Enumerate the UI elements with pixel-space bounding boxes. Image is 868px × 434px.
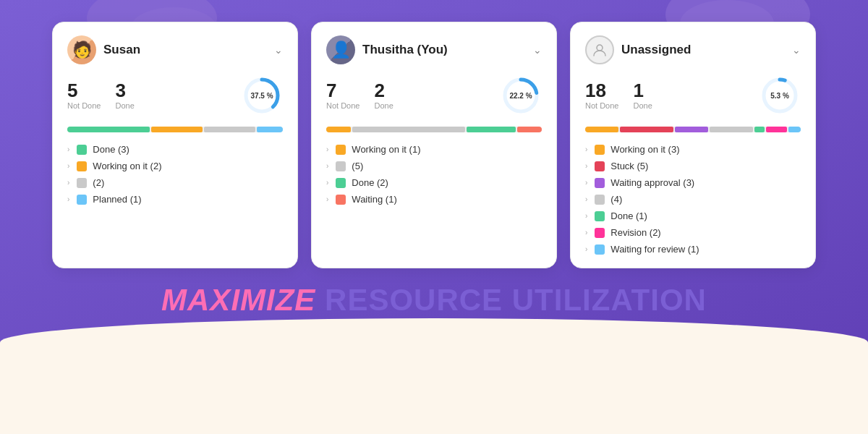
done-label: Done (633, 101, 652, 110)
done-label: Done (374, 101, 393, 110)
status-list: › Working on it (3) › Stuck (5) › Waitin… (585, 144, 801, 255)
status-label: Stuck (5) (610, 161, 648, 171)
user-card-susan: 🧑 Susan ⌄ 5 Not Done 3 Done (52, 22, 298, 268)
stat-not-done: 18 Not Done (585, 81, 618, 110)
progress-bar (326, 127, 542, 132)
status-item[interactable]: › Working on it (2) (67, 161, 283, 171)
status-label: Waiting for review (1) (610, 244, 699, 255)
cards-row: 🧑 Susan ⌄ 5 Not Done 3 Done (0, 0, 868, 280)
progress-bar (67, 127, 283, 132)
chevron-right-icon: › (585, 195, 587, 203)
status-label: Working on it (3) (610, 144, 679, 155)
status-item[interactable]: › Done (3) (67, 144, 283, 155)
status-label: (4) (610, 194, 622, 205)
progress-segment (766, 127, 787, 132)
chevron-right-icon: › (585, 162, 587, 170)
status-label: Working on it (2) (93, 161, 161, 171)
progress-segment (151, 127, 203, 132)
progress-segment (257, 127, 283, 132)
donut-chart: 22.2 % (500, 75, 542, 116)
status-dot (77, 145, 87, 155)
stat-not-done: 7 Not Done (326, 81, 359, 110)
stats-row: 5 Not Done 3 Done 37.5 % (67, 75, 283, 116)
progress-segment (675, 127, 708, 132)
title-utilization: UTILIZATION (512, 283, 707, 317)
status-dot (595, 161, 605, 171)
status-label: Waiting (1) (352, 194, 396, 205)
card-header-left: 🧑 Susan (67, 35, 140, 64)
card-user-name: Susan (103, 43, 140, 57)
progress-bar (585, 127, 801, 132)
chevron-right-icon: › (326, 179, 328, 187)
chevron-right-icon: › (585, 145, 587, 153)
card-header: Unassigned ⌄ (585, 35, 801, 64)
user-card-unassigned: Unassigned ⌄ 18 Not Done 1 Done 5.3 (570, 22, 816, 268)
progress-segment (585, 127, 618, 132)
card-user-name: Unassigned (621, 43, 691, 57)
card-header: 🧑 Susan ⌄ (67, 35, 283, 64)
not-done-label: Not Done (585, 101, 618, 110)
progress-segment (67, 127, 150, 132)
status-label: (5) (352, 161, 363, 171)
status-item[interactable]: › Working on it (3) (585, 144, 801, 155)
status-item[interactable]: › Waiting (1) (326, 194, 542, 205)
svg-point-4 (597, 45, 603, 51)
chevron-down-icon[interactable]: ⌄ (533, 44, 542, 56)
user-card-thusitha: 👤 Thusitha (You) ⌄ 7 Not Done 2 Done (311, 22, 557, 268)
status-dot (595, 228, 605, 238)
status-list: › Working on it (1) › (5) › Done (2) › W… (326, 144, 542, 205)
done-number: 2 (374, 81, 393, 100)
title-resource: RESOURCE (325, 283, 503, 317)
status-dot (595, 244, 605, 255)
status-item[interactable]: › Done (1) (585, 210, 801, 221)
status-label: (2) (93, 177, 104, 188)
stat-done: 1 Done (633, 81, 652, 110)
not-done-label: Not Done (326, 101, 359, 110)
status-item[interactable]: › Working on it (1) (326, 144, 542, 155)
status-item[interactable]: › Stuck (5) (585, 161, 801, 171)
status-dot (336, 195, 346, 205)
status-label: Done (3) (93, 144, 129, 155)
status-item[interactable]: › Revision (2) (585, 227, 801, 238)
progress-segment (326, 127, 351, 132)
chevron-down-icon[interactable]: ⌄ (792, 44, 801, 56)
status-item[interactable]: › (5) (326, 161, 542, 171)
chevron-right-icon: › (585, 179, 587, 187)
card-header-left: Unassigned (585, 35, 691, 64)
progress-segment (204, 127, 255, 132)
chevron-down-icon[interactable]: ⌄ (274, 44, 283, 56)
done-number: 1 (633, 81, 652, 100)
progress-segment (788, 127, 801, 132)
stats-row: 18 Not Done 1 Done 5.3 % (585, 75, 801, 116)
chevron-right-icon: › (326, 145, 328, 153)
status-dot (595, 211, 605, 221)
not-done-number: 5 (67, 81, 101, 100)
title-maximize: MAXIMIZE (161, 283, 315, 317)
not-done-number: 7 (326, 81, 359, 100)
status-label: Waiting approval (3) (610, 177, 694, 188)
status-dot (77, 195, 87, 205)
chevron-right-icon: › (67, 195, 69, 203)
status-item[interactable]: › Done (2) (326, 177, 542, 188)
chevron-right-icon: › (585, 245, 587, 253)
status-item[interactable]: › Planned (1) (67, 194, 283, 205)
status-item[interactable]: › Waiting approval (3) (585, 177, 801, 188)
progress-segment (517, 127, 542, 132)
stat-done: 3 Done (115, 81, 134, 110)
status-label: Done (1) (610, 210, 647, 221)
chevron-right-icon: › (326, 162, 328, 170)
card-header-left: 👤 Thusitha (You) (326, 35, 448, 64)
status-dot (336, 161, 346, 171)
done-number: 3 (115, 81, 134, 100)
donut-percent: 22.2 % (500, 75, 542, 116)
status-item[interactable]: › (4) (585, 194, 801, 205)
progress-segment (710, 127, 753, 132)
status-item[interactable]: › (2) (67, 177, 283, 188)
stat-done: 2 Done (374, 81, 393, 110)
donut-chart: 5.3 % (759, 75, 801, 116)
chevron-right-icon: › (326, 195, 328, 203)
not-done-number: 18 (585, 81, 618, 100)
card-user-name: Thusitha (You) (362, 43, 448, 57)
status-item[interactable]: › Waiting for review (1) (585, 244, 801, 255)
status-dot (77, 178, 87, 188)
